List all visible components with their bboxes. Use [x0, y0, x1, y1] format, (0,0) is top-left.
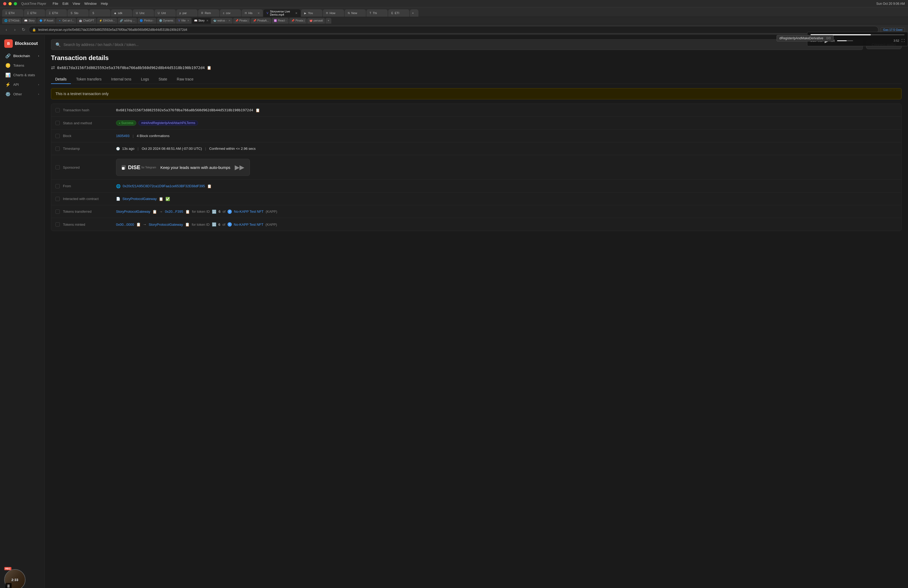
small-tab-story2[interactable]: 📖Story✕ [192, 18, 210, 24]
sidebar-item-other[interactable]: ⚙️ Other › [1, 90, 43, 99]
tab-vite[interactable]: V Storyverse Live Demo.mp4 ✕ [263, 9, 301, 17]
tab-unc[interactable]: UUnc [133, 9, 154, 17]
tab-you[interactable]: ▶You [301, 9, 322, 17]
mac-dot-green[interactable] [14, 2, 17, 5]
tokens-icon: 🪙 [5, 63, 11, 68]
interacted-checkbox[interactable] [55, 197, 60, 201]
sponsored-checkbox[interactable] [55, 165, 60, 169]
tt-to-link[interactable]: 0x20...F395 [165, 209, 183, 214]
from-address-link[interactable]: 0x20cf21A95C8D72ca1D9Faa1ce653BF32E68dF3… [123, 184, 205, 188]
content-area: 🔍 Connect wallet Transaction details ⇄ 0… [45, 35, 908, 588]
small-tab-pinata2[interactable]: 📌PinataA... [251, 18, 271, 24]
sidebar-item-tokens[interactable]: 🪙 Tokens [1, 61, 43, 70]
small-tab-ipasset[interactable]: 🔷IP Asset [37, 18, 55, 24]
sidebar-item-blockchain[interactable]: 🔗 Blockchain › [1, 51, 43, 61]
tab-add[interactable]: + [410, 9, 419, 17]
small-tab-pinata1[interactable]: 📌Pinata | [233, 18, 251, 24]
small-tab-walrus[interactable]: 🐳walrus -✕ [211, 18, 233, 24]
tm-from-link[interactable]: 0x00...0000 [116, 222, 134, 227]
tab-internal-txns[interactable]: Internal txns [107, 75, 136, 84]
tab-eth-1[interactable]: ΞETH [2, 9, 23, 17]
menu-view[interactable]: View [73, 2, 80, 6]
tab-thi[interactable]: TThi [366, 9, 388, 17]
small-tab-ethglobal2[interactable]: ⚡EthGlob... [97, 18, 117, 24]
copy-contract-btn[interactable]: 📋 [159, 197, 163, 201]
sidebar-item-charts[interactable]: 📊 Charts & stats [1, 70, 43, 80]
small-tab-pimlico[interactable]: 🔵Pimlico - [137, 18, 156, 24]
block-number-link[interactable]: 1605493 [116, 134, 130, 138]
small-tab-ethglobal[interactable]: 🌐ETHGlob [2, 18, 21, 24]
tab-logs[interactable]: Logs [137, 75, 153, 84]
copy-tt-to[interactable]: 📋 [185, 209, 190, 214]
tab-new[interactable]: NNew [345, 9, 366, 17]
tab-raw-trace[interactable]: Raw trace [172, 75, 198, 84]
small-tab-chatgpt[interactable]: 🤖ChatGPT [77, 18, 97, 24]
tx-hash-checkbox[interactable] [55, 108, 60, 112]
status-checkbox[interactable] [55, 121, 60, 125]
copy-tm-from[interactable]: 📋 [136, 222, 141, 227]
tab-unt[interactable]: UUnt [155, 9, 176, 17]
media-volume-track[interactable] [837, 40, 853, 41]
tm-token-name[interactable]: No-KAPP Test NFT [234, 222, 264, 227]
details-table: Transaction hash 0x6817da3156f3d8025592e… [51, 103, 902, 231]
tab-sdk[interactable]: ◆sdk [111, 9, 132, 17]
block-checkbox[interactable] [55, 134, 60, 138]
small-tab-vite[interactable]: VVite✕ [176, 18, 192, 24]
sidebar-item-api[interactable]: ⚡ API › [1, 80, 43, 89]
small-tab-dynamic[interactable]: ⚙️Dynamic [157, 18, 176, 24]
reload-button[interactable]: ↻ [20, 27, 27, 33]
from-label: From [63, 184, 116, 188]
menu-edit[interactable]: Edit [63, 2, 68, 6]
gas-badge: Gas 17.5 Gwei [881, 27, 905, 32]
tab-eth-3[interactable]: ΞETH [46, 9, 67, 17]
ad-text: Keep your leads warm with auto-bumps [160, 165, 230, 170]
copy-tt-from[interactable]: 📋 [152, 209, 157, 214]
tt-token-name[interactable]: No-KAPP Test NFT [234, 209, 264, 214]
tab-cov[interactable]: ccov [220, 9, 241, 17]
menu-file[interactable]: File [53, 2, 58, 6]
tab-state[interactable]: State [154, 75, 172, 84]
tab-details[interactable]: Details [51, 75, 71, 84]
copy-tm-to[interactable]: 📋 [185, 222, 190, 227]
small-tab-github[interactable]: 🐙parsaati [307, 18, 325, 24]
tokens-transferred-checkbox[interactable] [55, 209, 60, 214]
timestamp-checkbox[interactable] [55, 147, 60, 151]
tm-to-link[interactable]: StoryProtocolGateway [149, 222, 183, 227]
copy-from-btn[interactable]: 📋 [207, 184, 212, 188]
small-tab-react[interactable]: ⚛️React - [272, 18, 288, 24]
copy-tx-hash-btn[interactable]: 📋 [255, 108, 260, 112]
forward-button[interactable]: › [12, 27, 18, 33]
menu-window[interactable]: Window [84, 2, 97, 6]
detail-row-tx-hash: Transaction hash 0x6817da3156f3d8025592e… [51, 104, 902, 117]
tab-his[interactable]: HHis✕ [241, 9, 263, 17]
small-tab-getanip[interactable]: 🔹Get an I... [56, 18, 76, 24]
mac-dot-yellow[interactable] [8, 2, 12, 5]
back-button[interactable]: ‹ [3, 27, 10, 33]
tab-rem[interactable]: RRem [198, 9, 219, 17]
tab-eti[interactable]: EETI [388, 9, 409, 17]
menu-help[interactable]: Help [101, 2, 108, 6]
small-tab-pinata3[interactable]: 📌Pinata | [289, 18, 307, 24]
tt-from-link[interactable]: StoryProtocolGateway [116, 209, 150, 214]
tab-token-transfers[interactable]: Token transfers [72, 75, 106, 84]
tab-s[interactable]: S [89, 9, 110, 17]
from-checkbox[interactable] [55, 184, 60, 188]
small-tab-story[interactable]: 📖Story [22, 18, 37, 24]
search-input[interactable] [63, 42, 858, 47]
mac-dot-red[interactable] [3, 2, 6, 5]
tab-eth-2[interactable]: ΞETH [24, 9, 45, 17]
tab-sto[interactable]: SSto [68, 9, 89, 17]
sponsored-ad[interactable]: ■ DISE for Telegram Keep your leads warm… [116, 159, 250, 176]
small-tab-add[interactable]: + [325, 18, 331, 24]
small-tab-adding[interactable]: 🔗adding ... [118, 18, 137, 24]
tokens-minted-checkbox[interactable] [55, 222, 60, 227]
interacted-label: Interacted with contract [63, 197, 116, 201]
search-bar[interactable]: 🔍 [51, 39, 863, 50]
media-fullscreen[interactable]: ⛶ [902, 39, 905, 42]
media-total-time: 3:52 [894, 39, 899, 42]
tab-how[interactable]: HHow [323, 9, 344, 17]
copy-hash-button[interactable]: 📋 [207, 66, 211, 70]
address-bar[interactable]: 🔒 testnet.storyscan.xyz/tx/0x6817da3156f… [29, 26, 879, 34]
contract-link[interactable]: StoryProtocolGateway [122, 197, 157, 201]
tab-par[interactable]: ppar [176, 9, 198, 17]
